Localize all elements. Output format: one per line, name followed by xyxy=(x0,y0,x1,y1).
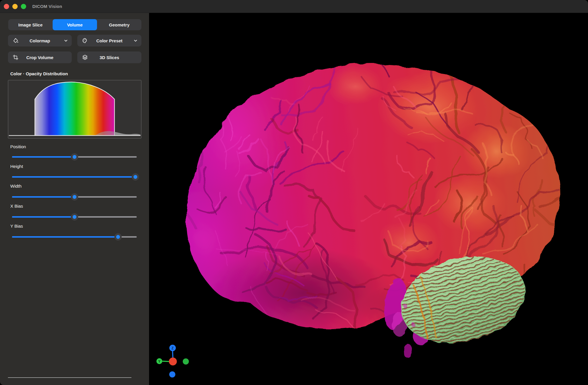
chevron-down-icon xyxy=(133,38,138,43)
histogram-baseline xyxy=(9,135,141,136)
sidebar: Image Slice Volume Geometry Colormap xyxy=(0,13,149,385)
titlebar: DICOM Vision xyxy=(0,0,588,13)
crop-icon xyxy=(12,54,19,61)
render-viewport[interactable]: Z Y xyxy=(149,13,588,385)
position-slider[interactable] xyxy=(12,153,137,161)
cerebrum-render xyxy=(163,26,588,347)
x-bias-slider-label: X Bias xyxy=(10,204,23,209)
y-bias-slider[interactable] xyxy=(12,233,137,241)
width-slider[interactable] xyxy=(12,193,137,201)
slider-thumb[interactable] xyxy=(114,233,122,241)
brain-volume-render[interactable] xyxy=(149,13,588,385)
traffic-lights xyxy=(4,4,26,9)
crop-volume-button[interactable]: Crop Volume xyxy=(8,51,72,63)
orientation-axes-widget[interactable]: Z Y xyxy=(152,343,193,384)
y-axis-line xyxy=(162,361,169,361)
close-button[interactable] xyxy=(4,4,9,9)
height-slider-label: Height xyxy=(10,164,23,169)
z-axis-line xyxy=(173,351,173,358)
slider-thumb[interactable] xyxy=(71,153,78,161)
sidebar-divider xyxy=(8,377,131,378)
paint-bucket-icon xyxy=(12,37,19,44)
position-slider-label: Position xyxy=(10,144,26,149)
tab-volume[interactable]: Volume xyxy=(53,19,97,30)
x-bias-slider[interactable] xyxy=(12,213,137,221)
colormap-button[interactable]: Colormap xyxy=(8,35,72,46)
view-mode-tabs: Image Slice Volume Geometry xyxy=(8,19,141,30)
palette-icon xyxy=(82,37,88,44)
colormap-opacity-editor[interactable] xyxy=(8,80,141,139)
minimize-button[interactable] xyxy=(12,4,18,9)
color-preset-button[interactable]: Color Preset xyxy=(77,35,141,46)
zoom-button[interactable] xyxy=(21,4,26,9)
z-axis-negative-sphere[interactable] xyxy=(169,371,176,378)
z-axis-label: Z xyxy=(171,346,173,350)
app-window: DICOM Vision Image Slice Volume Geometry… xyxy=(0,0,588,385)
y-axis-label: Y xyxy=(158,359,161,364)
y-axis-negative-sphere[interactable] xyxy=(183,359,189,365)
height-slider[interactable] xyxy=(12,173,137,181)
x-axis-sphere[interactable] xyxy=(169,358,177,366)
slider-thumb[interactable] xyxy=(71,213,78,221)
chevron-down-icon xyxy=(64,38,68,43)
slider-thumb[interactable] xyxy=(71,193,78,201)
y-bias-slider-label: Y Bias xyxy=(10,224,23,229)
width-slider-label: Width xyxy=(10,184,21,189)
tab-image-slice[interactable]: Image Slice xyxy=(8,19,53,30)
slider-thumb[interactable] xyxy=(132,173,139,181)
tab-geometry[interactable]: Geometry xyxy=(97,19,141,30)
layers-icon xyxy=(82,54,88,61)
3d-slices-button[interactable]: 3D Slices xyxy=(77,51,141,63)
opacity-transfer-function xyxy=(8,80,141,138)
color-opacity-section-title: Color · Opacity Distribution xyxy=(10,71,68,76)
window-title: DICOM Vision xyxy=(32,4,62,9)
